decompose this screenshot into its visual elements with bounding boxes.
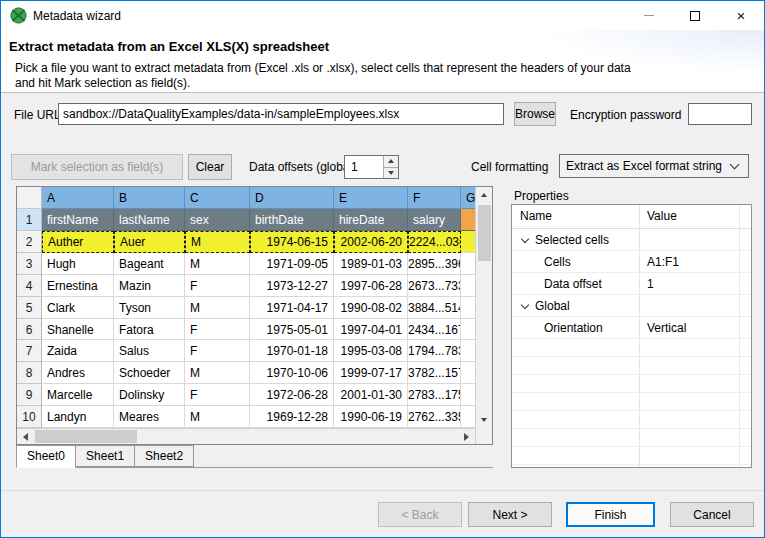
- grid-cell[interactable]: 1997-04-01: [334, 319, 408, 341]
- grid-cell[interactable]: Andres: [42, 362, 114, 384]
- grid-cell[interactable]: Salus: [114, 340, 185, 362]
- grid-cell[interactable]: [461, 319, 475, 341]
- grid-cell[interactable]: 1972-06-28: [250, 384, 334, 406]
- grid-cell[interactable]: M: [185, 297, 250, 319]
- sheet-tab-sheet2[interactable]: Sheet2: [135, 445, 194, 467]
- column-header-c[interactable]: C: [185, 187, 250, 209]
- grid-cell[interactable]: 2762...335: [408, 406, 461, 428]
- row-number-2[interactable]: 2: [17, 231, 42, 253]
- data-offsets-spinner[interactable]: 1: [344, 155, 399, 179]
- clear-button[interactable]: Clear: [188, 154, 232, 180]
- row-number-4[interactable]: 4: [17, 275, 42, 297]
- grid-cell[interactable]: 2673...733: [408, 275, 461, 297]
- grid-cell[interactable]: 2434...167: [408, 319, 461, 341]
- grid-cell[interactable]: Bageant: [114, 253, 185, 275]
- grid-cell[interactable]: [461, 209, 475, 231]
- grid-cell[interactable]: 1971-09-05: [250, 253, 334, 275]
- grid-cell[interactable]: hireDate: [334, 209, 408, 231]
- grid-cell[interactable]: salary: [408, 209, 461, 231]
- title-bar[interactable]: Metadata wizard ×: [1, 1, 764, 30]
- column-header-d[interactable]: D: [250, 187, 334, 209]
- row-number-10[interactable]: 10: [17, 406, 42, 428]
- grid-cell[interactable]: 1990-06-19: [334, 406, 408, 428]
- sheet-tab-sheet0[interactable]: Sheet0: [16, 445, 76, 468]
- cancel-button[interactable]: Cancel: [670, 502, 754, 527]
- grid-cell[interactable]: Landyn: [42, 406, 114, 428]
- grid-cell[interactable]: [461, 253, 475, 275]
- grid-cell[interactable]: 2895...396: [408, 253, 461, 275]
- expand-chevron-icon[interactable]: [521, 301, 529, 309]
- grid-cell[interactable]: 1997-06-28: [334, 275, 408, 297]
- grid-cell[interactable]: 1990-08-02: [334, 297, 408, 319]
- grid-cell[interactable]: 2783...175: [408, 384, 461, 406]
- grid-cell[interactable]: Zaida: [42, 340, 114, 362]
- row-number-3[interactable]: 3: [17, 253, 42, 275]
- vertical-scrollbar-thumb[interactable]: [478, 205, 491, 261]
- back-button[interactable]: < Back: [378, 502, 462, 527]
- grid-cell[interactable]: [461, 340, 475, 362]
- spinner-down-button[interactable]: [384, 167, 398, 179]
- grid-cell[interactable]: 2001-01-30: [334, 384, 408, 406]
- browse-button[interactable]: Browse: [514, 102, 556, 126]
- grid-cell[interactable]: 1999-07-17: [334, 362, 408, 384]
- grid-cell[interactable]: sex: [185, 209, 250, 231]
- grid-cell[interactable]: [461, 362, 475, 384]
- grid-cell[interactable]: M: [185, 406, 250, 428]
- sheet-tab-sheet1[interactable]: Sheet1: [76, 445, 135, 467]
- row-number-9[interactable]: 9: [17, 384, 42, 406]
- file-url-input[interactable]: [58, 103, 504, 125]
- row-number-7[interactable]: 7: [17, 340, 42, 362]
- grid-cell[interactable]: Ernestina: [42, 275, 114, 297]
- grid-cell[interactable]: Tyson: [114, 297, 185, 319]
- finish-button[interactable]: Finish: [566, 502, 655, 527]
- grid-cell[interactable]: F: [185, 384, 250, 406]
- grid-cell[interactable]: M: [185, 231, 250, 253]
- expand-chevron-icon[interactable]: [521, 235, 529, 243]
- grid-cell[interactable]: Shanelle: [42, 319, 114, 341]
- grid-cell[interactable]: 1970-10-06: [250, 362, 334, 384]
- property-row-cells[interactable]: CellsA1:F1: [512, 251, 751, 273]
- grid-cell[interactable]: 1970-01-18: [250, 340, 334, 362]
- scroll-down-button[interactable]: [476, 412, 492, 428]
- column-header-f[interactable]: F: [408, 187, 461, 209]
- grid-cell[interactable]: 3884...5145: [408, 297, 461, 319]
- grid-cell[interactable]: 1989-01-03: [334, 253, 408, 275]
- grid-cell[interactable]: Marcelle: [42, 384, 114, 406]
- grid-cell[interactable]: birthDate: [250, 209, 334, 231]
- grid-cell[interactable]: 3782...1571: [408, 362, 461, 384]
- grid-cell[interactable]: Auther: [42, 231, 114, 253]
- grid-cell[interactable]: [461, 275, 475, 297]
- horizontal-scrollbar-thumb[interactable]: [35, 430, 137, 443]
- grid-cell[interactable]: F: [185, 340, 250, 362]
- grid-cell[interactable]: [461, 231, 475, 253]
- vertical-scrollbar[interactable]: [475, 187, 492, 444]
- grid-cell[interactable]: Meares: [114, 406, 185, 428]
- grid-cell[interactable]: lastName: [114, 209, 185, 231]
- grid-cell[interactable]: [461, 406, 475, 428]
- grid-cell[interactable]: 1969-12-28: [250, 406, 334, 428]
- grid-cell[interactable]: Clark: [42, 297, 114, 319]
- row-number-6[interactable]: 6: [17, 319, 42, 341]
- grid-cell[interactable]: 1971-04-17: [250, 297, 334, 319]
- scroll-left-button[interactable]: [17, 429, 34, 444]
- row-number-5[interactable]: 5: [17, 297, 42, 319]
- column-header-g[interactable]: G: [461, 187, 475, 209]
- scroll-right-button[interactable]: [458, 429, 475, 444]
- grid-cell[interactable]: Hugh: [42, 253, 114, 275]
- grid-cell[interactable]: Auer: [114, 231, 185, 253]
- horizontal-scrollbar[interactable]: [17, 428, 475, 444]
- column-header-e[interactable]: E: [334, 187, 408, 209]
- property-row-orientation[interactable]: OrientationVertical: [512, 317, 751, 339]
- column-header-b[interactable]: B: [114, 187, 185, 209]
- cell-formatting-select[interactable]: Extract as Excel format string: [559, 154, 749, 178]
- grid-cell[interactable]: F: [185, 319, 250, 341]
- grid-cell[interactable]: 1973-12-27: [250, 275, 334, 297]
- maximize-button[interactable]: [672, 1, 718, 30]
- grid-cell[interactable]: 1974-06-15: [250, 231, 334, 253]
- grid-cell[interactable]: M: [185, 253, 250, 275]
- grid-cell[interactable]: M: [185, 362, 250, 384]
- mark-selection-button[interactable]: Mark selection as field(s): [11, 154, 183, 180]
- column-header-a[interactable]: A: [42, 187, 114, 209]
- grid-corner-cell[interactable]: [17, 187, 42, 209]
- row-number-8[interactable]: 8: [17, 362, 42, 384]
